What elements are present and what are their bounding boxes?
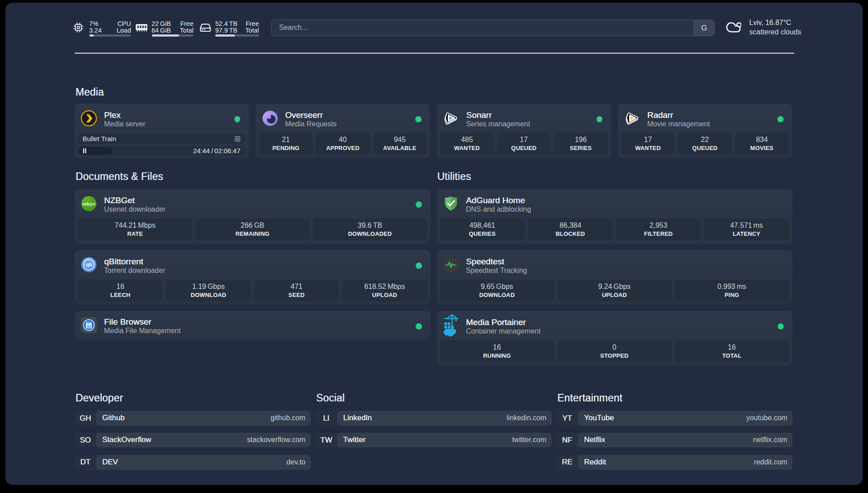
svg-text:qb: qb [86, 262, 92, 268]
svg-text:nzbget: nzbget [83, 202, 96, 206]
